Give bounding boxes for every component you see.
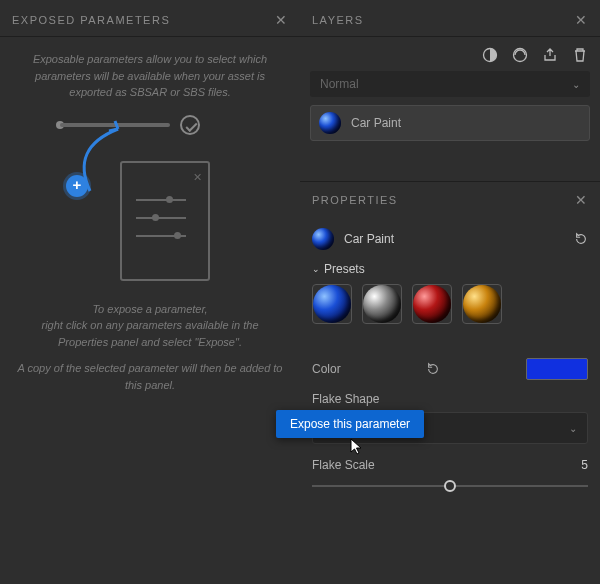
plus-icon: + — [66, 175, 88, 197]
presets-label: Presets — [324, 262, 365, 276]
mask-icon[interactable] — [482, 47, 498, 63]
adjustment-icon[interactable] — [512, 47, 528, 63]
close-icon[interactable]: ✕ — [575, 12, 589, 28]
right-panel: LAYERS ✕ Normal ⌄ Car Paint PROPERTIES ✕ — [300, 0, 600, 584]
properties-title: PROPERTIES — [312, 194, 398, 206]
flake-shape-label: Flake Shape — [312, 392, 588, 406]
reset-icon[interactable] — [426, 362, 440, 376]
blend-mode-select[interactable]: Normal ⌄ — [310, 71, 590, 97]
expose-hint-1: To expose a parameter, — [92, 303, 207, 315]
close-icon[interactable]: ✕ — [275, 12, 289, 28]
flake-scale-value: 5 — [581, 458, 588, 472]
layer-thumbnail — [319, 112, 341, 134]
exposed-parameters-body: Exposable parameters allow you to select… — [0, 37, 300, 417]
preset-row — [312, 284, 588, 324]
material-name: Car Paint — [344, 232, 394, 246]
presets-section-toggle[interactable]: ⌄ Presets — [312, 262, 588, 276]
exposed-parameters-title: EXPOSED PARAMETERS — [12, 14, 170, 26]
layer-name: Car Paint — [351, 116, 401, 130]
exposed-parameters-header: EXPOSED PARAMETERS ✕ — [0, 4, 300, 37]
expose-hint-3: A copy of the selected parameter will th… — [16, 360, 284, 393]
chevron-down-icon: ⌄ — [572, 79, 580, 90]
flake-scale-slider[interactable] — [312, 478, 588, 494]
close-icon[interactable]: ✕ — [575, 192, 589, 208]
reset-icon[interactable] — [574, 232, 588, 246]
trash-icon[interactable] — [572, 47, 588, 63]
preset-gold[interactable] — [462, 284, 502, 324]
preset-blue[interactable] — [312, 284, 352, 324]
properties-panel: PROPERTIES ✕ Car Paint ⌄ Presets — [300, 181, 600, 506]
material-thumbnail — [312, 228, 334, 250]
color-swatch[interactable] — [526, 358, 588, 380]
check-icon — [180, 115, 200, 135]
properties-header: PROPERTIES ✕ — [300, 182, 600, 218]
layers-title: LAYERS — [312, 14, 364, 26]
exposed-parameters-panel: EXPOSED PARAMETERS ✕ Exposable parameter… — [0, 0, 300, 584]
preset-red[interactable] — [412, 284, 452, 324]
document-icon: ✕ — [120, 161, 210, 281]
preset-grey[interactable] — [362, 284, 402, 324]
blend-mode-value: Normal — [320, 77, 359, 91]
context-menu-expose[interactable]: Expose this parameter — [276, 410, 424, 438]
chevron-down-icon: ⌄ — [569, 423, 577, 434]
flake-scale-label: Flake Scale — [312, 458, 375, 472]
expose-illustration: + ✕ — [30, 111, 270, 291]
layer-item[interactable]: Car Paint — [310, 105, 590, 141]
layers-header: LAYERS ✕ — [300, 4, 600, 37]
export-icon[interactable] — [542, 47, 558, 63]
exposed-intro-text: Exposable parameters allow you to select… — [16, 51, 284, 101]
expose-hint-2: right click on any parameters available … — [41, 319, 258, 348]
chevron-down-icon: ⌄ — [312, 264, 320, 274]
color-label: Color — [312, 362, 341, 376]
layers-toolbar — [300, 37, 600, 71]
material-title-row: Car Paint — [312, 228, 588, 250]
